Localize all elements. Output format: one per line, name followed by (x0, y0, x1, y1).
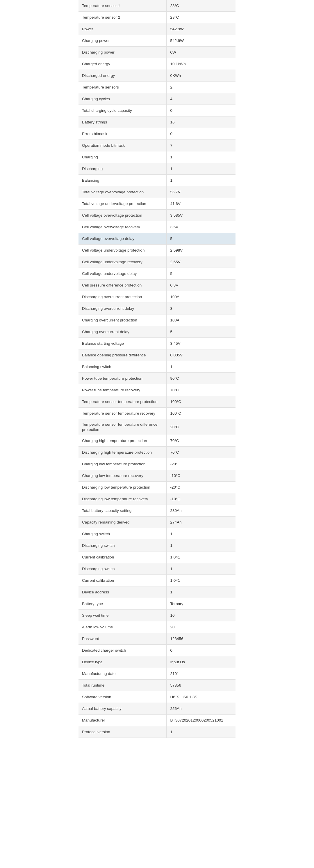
row-value: Input Us (166, 656, 236, 668)
row-label: Power tube temperature recovery (78, 384, 166, 396)
row-value: 0W (166, 46, 236, 58)
row-label: Total voltage overvoltage protection (78, 186, 166, 198)
row-label: Cell voltage overvoltage recovery (78, 221, 166, 232)
row-label: Charging overcurrent delay (78, 326, 166, 338)
row-value: 3.585V (166, 210, 236, 221)
row-label: Charging switch (78, 528, 166, 539)
row-value: 100°C (166, 408, 236, 419)
row-label: Balancing switch (78, 361, 166, 372)
row-value: 28°C (166, 0, 236, 11)
row-label: Balance opening pressure difference (78, 349, 166, 361)
row-value: 100A (166, 291, 236, 303)
row-value: -10°C (166, 493, 236, 505)
row-value: 1.041 (166, 552, 236, 563)
table-row: Charging cycles4 (78, 93, 236, 105)
row-value: 280Ah (166, 505, 236, 516)
row-value: 16 (166, 117, 236, 128)
table-row: Total charging cycle capacity0 (78, 105, 236, 117)
row-value: 1 (166, 563, 236, 575)
row-label: Temperature sensor temperature recovery (78, 408, 166, 419)
row-value: 1 (166, 361, 236, 372)
table-row: Discharged energy0KWh (78, 70, 236, 82)
row-value: 3.45V (166, 338, 236, 349)
row-value: 2101 (166, 668, 236, 679)
row-label: Cell pressure difference protection (78, 280, 166, 291)
row-value: 1 (166, 586, 236, 598)
row-label: Battery type (78, 598, 166, 610)
table-row: Balancing switch1 (78, 361, 236, 373)
table-row: Discharging high temperature protection7… (78, 447, 236, 458)
row-value: 100°C (166, 396, 236, 407)
table-row: Temperature sensor 128°C (78, 0, 236, 12)
table-row: Discharging switch1 (78, 540, 236, 552)
table-row: Sleep wait time10 (78, 610, 236, 621)
table-row: Discharging power0W (78, 46, 236, 58)
table-row: Charging high temperature protection70°C (78, 435, 236, 447)
row-value: 0 (166, 645, 236, 656)
table-row: Password123456 (78, 633, 236, 645)
row-value: 1 (166, 726, 236, 738)
row-label: Discharging (78, 163, 166, 175)
row-value: BT30720201200002005​21001 (166, 715, 236, 726)
row-value: 1 (166, 163, 236, 175)
row-value: 2 (166, 82, 236, 93)
row-value: 57856 (166, 680, 236, 691)
row-value: 274Ah (166, 517, 236, 528)
table-row: Charging low temperature protection-20°C (78, 458, 236, 470)
row-value: 256Ah (166, 703, 236, 714)
table-row: Cell voltage undervoltage delay5 (78, 268, 236, 280)
table-row: Temperature sensor temperature protectio… (78, 396, 236, 408)
row-label: Discharging power (78, 46, 166, 58)
row-value: Ternary (166, 598, 236, 610)
row-value: 41.6V (166, 198, 236, 209)
table-row: Charging overcurrent delay5 (78, 326, 236, 338)
row-value: 542.9W (166, 23, 236, 35)
row-value: 70°C (166, 435, 236, 446)
table-row: Current calibration1.041 (78, 575, 236, 586)
table-row: Cell voltage undervoltage recovery2.65V (78, 256, 236, 268)
row-value: 70°C (166, 384, 236, 396)
table-row: Charging power542.9W (78, 35, 236, 46)
row-value: 56.7V (166, 186, 236, 198)
row-label: Alarm low volume (78, 621, 166, 633)
row-value: 10.1kWh (166, 58, 236, 70)
table-row: Dedicated charger switch0 (78, 645, 236, 656)
row-value: -20°C (166, 482, 236, 493)
table-row: Capacity remaining derived274Ah (78, 517, 236, 528)
table-row: Temperature sensors2 (78, 82, 236, 93)
row-value: 20 (166, 621, 236, 633)
row-value: 2.65V (166, 256, 236, 268)
row-value: 3.5V (166, 221, 236, 232)
row-value: 70°C (166, 447, 236, 458)
table-row: Power tube temperature protection90°C (78, 373, 236, 384)
row-value: 542.9W (166, 35, 236, 46)
row-label: Cell voltage undervoltage delay (78, 268, 166, 279)
table-row: Temperature sensor temperature recovery1… (78, 408, 236, 419)
row-value: 100A (166, 314, 236, 326)
row-label: Power (78, 23, 166, 35)
row-value: 1 (166, 151, 236, 163)
row-label: Cell voltage overvoltage delay (78, 233, 166, 244)
row-label: Capacity remaining derived (78, 517, 166, 528)
table-row: Power tube temperature recovery70°C (78, 384, 236, 396)
table-row: Battery typeTernary (78, 598, 236, 610)
row-label: Protocol version (78, 726, 166, 738)
row-value: 1 (166, 540, 236, 551)
table-row: Manufacturing date2101 (78, 668, 236, 680)
table-row: Software versionH6.X__S6.1.3S__ (78, 691, 236, 703)
row-value: 2.598V (166, 245, 236, 256)
table-row: Discharging low temperature protection-2… (78, 482, 236, 493)
row-value: -10°C (166, 470, 236, 481)
row-label: Charged energy (78, 58, 166, 70)
row-value: 4 (166, 93, 236, 104)
row-value: 5 (166, 268, 236, 279)
row-label: Charging low temperature recovery (78, 470, 166, 481)
table-row: Total voltage overvoltage protection56.7… (78, 186, 236, 198)
row-label: Charging power (78, 35, 166, 46)
row-label: Actual battery capacity (78, 703, 166, 714)
table-row: Alarm low volume20 (78, 621, 236, 633)
table-row: Device address1 (78, 586, 236, 598)
row-label: Power tube temperature protection (78, 373, 166, 384)
row-label: Temperature sensor 1 (78, 0, 166, 11)
table-row: Discharging1 (78, 163, 236, 175)
